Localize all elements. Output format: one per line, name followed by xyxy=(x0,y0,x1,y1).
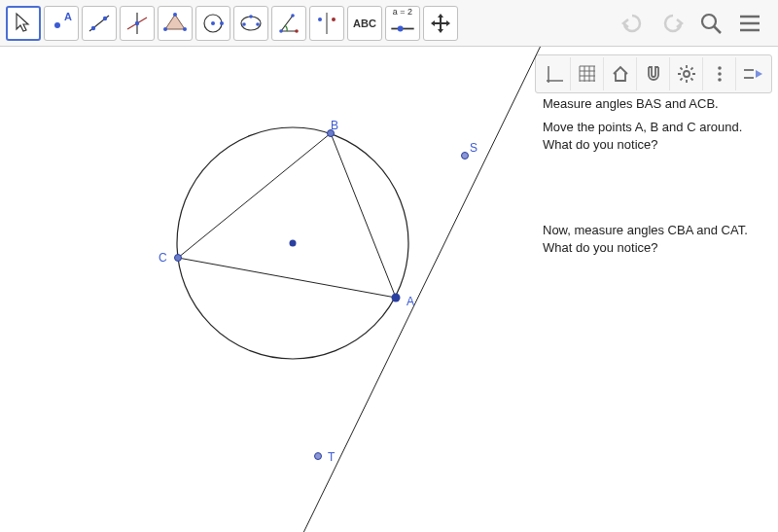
tool-move[interactable] xyxy=(6,6,41,41)
cursor-icon xyxy=(10,10,37,37)
label-b: B xyxy=(331,119,338,132)
svg-point-16 xyxy=(242,22,246,26)
tool-angle[interactable] xyxy=(271,6,306,41)
svg-point-17 xyxy=(256,22,260,26)
tool-text[interactable]: ABC xyxy=(347,6,382,41)
svg-point-13 xyxy=(211,21,215,25)
svg-point-24 xyxy=(332,18,336,21)
slider-icon xyxy=(389,18,416,40)
search-button[interactable] xyxy=(698,11,724,36)
svg-point-4 xyxy=(103,16,107,19)
angle-icon xyxy=(275,10,302,37)
redo-button[interactable] xyxy=(659,11,685,36)
svg-point-19 xyxy=(279,29,283,33)
line-icon xyxy=(86,10,113,37)
perpendicular-icon xyxy=(124,10,151,37)
move-view-icon xyxy=(427,10,454,37)
svg-point-27 xyxy=(702,15,716,28)
undo-icon xyxy=(620,13,646,34)
svg-point-9 xyxy=(173,13,177,17)
svg-text:A: A xyxy=(64,11,72,22)
tool-move-view[interactable] xyxy=(423,6,458,41)
hamburger-icon xyxy=(737,11,762,36)
segment-ca[interactable] xyxy=(178,258,396,298)
tool-circle[interactable] xyxy=(195,6,230,41)
ellipse-icon xyxy=(237,10,265,37)
geometry-canvas[interactable] xyxy=(0,47,778,532)
tool-ellipse[interactable] xyxy=(233,6,268,41)
point-center[interactable] xyxy=(290,240,297,247)
svg-point-23 xyxy=(318,18,322,21)
search-icon xyxy=(698,11,724,36)
menu-button[interactable] xyxy=(737,11,762,36)
svg-point-11 xyxy=(163,27,167,31)
tool-polygon[interactable] xyxy=(158,6,193,41)
label-c: C xyxy=(159,251,167,265)
tool-perpendicular[interactable] xyxy=(120,6,155,41)
svg-point-10 xyxy=(183,27,187,31)
label-t: T xyxy=(328,450,335,464)
redo-icon xyxy=(659,13,685,34)
svg-point-3 xyxy=(91,25,95,29)
label-s: S xyxy=(470,141,477,155)
point-t[interactable] xyxy=(315,453,322,460)
svg-point-0 xyxy=(54,22,60,28)
segment-ab[interactable] xyxy=(331,133,396,298)
label-a: A xyxy=(407,295,414,308)
tool-strip: A xyxy=(6,6,458,41)
svg-point-21 xyxy=(291,14,295,18)
point-a[interactable] xyxy=(392,294,401,302)
circle-icon xyxy=(199,10,227,37)
tangent-line[interactable] xyxy=(243,47,559,532)
tool-line[interactable] xyxy=(82,6,117,41)
slider-label: a = 2 xyxy=(393,7,412,17)
reflect-icon xyxy=(313,10,340,37)
text-icon: ABC xyxy=(353,18,376,29)
tool-point[interactable]: A xyxy=(44,6,79,41)
svg-point-26 xyxy=(398,25,404,31)
tool-slider[interactable]: a = 2 xyxy=(385,6,420,41)
svg-point-7 xyxy=(135,20,139,24)
point-icon: A xyxy=(48,10,75,37)
point-s[interactable] xyxy=(462,153,469,160)
right-controls xyxy=(620,11,772,36)
svg-point-20 xyxy=(295,29,299,33)
main-toolbar: A xyxy=(0,0,778,47)
svg-line-28 xyxy=(714,26,721,33)
point-c[interactable] xyxy=(175,255,182,262)
segment-bc[interactable] xyxy=(178,133,331,258)
tool-reflect[interactable] xyxy=(309,6,344,41)
undo-button[interactable] xyxy=(620,11,646,36)
polygon-icon xyxy=(161,10,189,37)
svg-point-14 xyxy=(220,21,224,25)
svg-point-18 xyxy=(249,15,253,18)
svg-marker-8 xyxy=(165,15,185,29)
